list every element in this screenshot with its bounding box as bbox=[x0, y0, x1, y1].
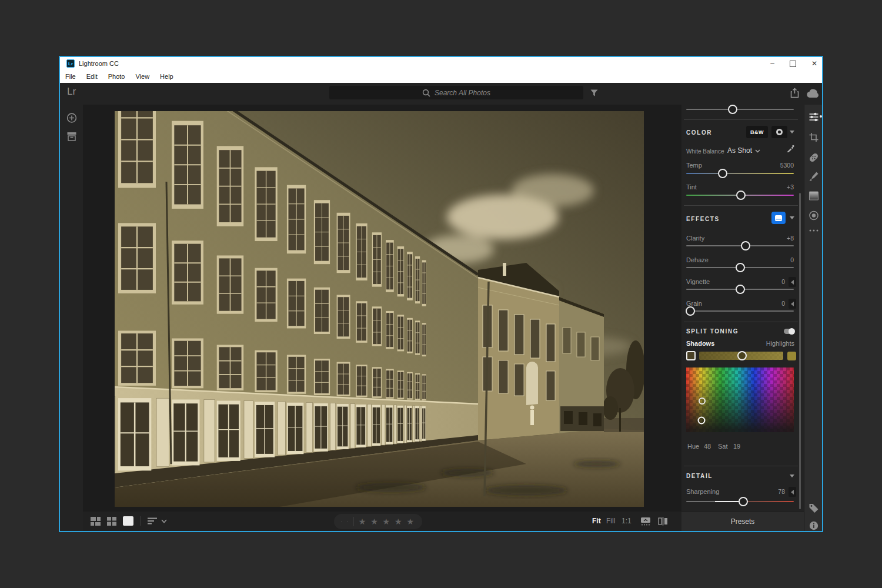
search-icon bbox=[422, 89, 430, 97]
clarity-slider-handle[interactable] bbox=[741, 241, 750, 250]
temp-slider[interactable] bbox=[686, 173, 794, 174]
share-icon[interactable] bbox=[790, 88, 800, 98]
filmstrip-toggle-icon[interactable] bbox=[640, 517, 651, 526]
menu-view[interactable]: View bbox=[130, 73, 155, 80]
crop-tool-icon[interactable] bbox=[808, 132, 818, 142]
info-icon[interactable] bbox=[809, 521, 818, 530]
picker-handle-secondary[interactable] bbox=[699, 397, 706, 405]
grain-slider[interactable] bbox=[686, 310, 794, 312]
sharpening-expander[interactable] bbox=[789, 487, 796, 497]
search-input[interactable]: Search All Photos bbox=[329, 86, 583, 99]
color-collapse-icon[interactable] bbox=[790, 131, 794, 136]
shadows-tab[interactable]: Shadows bbox=[686, 340, 714, 347]
balance-slider[interactable] bbox=[699, 352, 783, 360]
flag-reject-icon[interactable] bbox=[347, 517, 348, 526]
toolbar-divider bbox=[140, 516, 141, 526]
maximize-button[interactable] bbox=[790, 61, 796, 67]
hue-sat-picker[interactable] bbox=[686, 368, 794, 432]
before-after-icon[interactable] bbox=[658, 517, 668, 526]
zoom-fit-button[interactable]: Fit bbox=[592, 517, 601, 525]
app-topbar: Lr Search All Photos bbox=[60, 83, 822, 105]
color-section-header[interactable]: COLOR bbox=[686, 129, 712, 136]
dehaze-slider-handle[interactable] bbox=[736, 263, 745, 272]
lightroom-app-icon: Lr bbox=[66, 59, 75, 68]
tint-slider[interactable] bbox=[686, 195, 794, 196]
add-photos-icon[interactable] bbox=[66, 113, 76, 123]
sharpening-slider[interactable] bbox=[686, 501, 794, 502]
menu-photo[interactable]: Photo bbox=[103, 73, 131, 80]
highlights-swatch[interactable] bbox=[787, 352, 796, 360]
keywords-tag-icon[interactable] bbox=[808, 503, 818, 513]
temp-label: Temp bbox=[686, 162, 702, 169]
effects-presets-button[interactable] bbox=[771, 212, 786, 224]
filter-icon[interactable] bbox=[590, 89, 599, 98]
flag-pick-icon[interactable] bbox=[341, 517, 342, 526]
grain-value: 0 bbox=[781, 300, 785, 307]
balance-slider-handle[interactable] bbox=[737, 351, 747, 360]
detail-section-header[interactable]: DETAIL bbox=[686, 473, 713, 479]
sharpening-slider-handle[interactable] bbox=[739, 497, 748, 506]
more-tools-icon[interactable] bbox=[809, 229, 818, 232]
light-slider[interactable] bbox=[686, 109, 794, 110]
photo-svg bbox=[115, 111, 644, 507]
detail-collapse-icon[interactable] bbox=[790, 475, 794, 480]
sat-label: Sat bbox=[718, 443, 728, 450]
star-rating[interactable]: ★ ★ ★ ★ ★ bbox=[359, 517, 415, 526]
bottom-toolbar: ★ ★ ★ ★ ★ Fit Fill 1:1 bbox=[83, 512, 681, 531]
bw-toggle-button[interactable]: B&W bbox=[746, 126, 768, 138]
section-divider bbox=[684, 205, 798, 206]
vignette-expander[interactable] bbox=[789, 277, 796, 287]
desktop: Lr Lightroom CC – ✕ File Edit Photo View… bbox=[0, 0, 882, 588]
temp-slider-handle[interactable] bbox=[718, 169, 727, 178]
healing-brush-icon[interactable] bbox=[808, 152, 819, 163]
vignette-slider[interactable] bbox=[686, 289, 794, 290]
sharpening-value: 78 bbox=[778, 488, 785, 495]
zoom-1to1-button[interactable]: 1:1 bbox=[622, 517, 632, 525]
dehaze-label: Dehaze bbox=[686, 256, 709, 263]
my-photos-icon[interactable] bbox=[66, 132, 76, 141]
clarity-label: Clarity bbox=[686, 235, 704, 242]
menu-edit[interactable]: Edit bbox=[81, 73, 103, 80]
picker-handle-primary[interactable] bbox=[697, 417, 705, 425]
photo[interactable] bbox=[115, 111, 644, 507]
radial-gradient-tool-icon[interactable] bbox=[808, 211, 818, 220]
shadows-swatch[interactable] bbox=[686, 351, 696, 360]
clarity-slider[interactable] bbox=[686, 245, 794, 246]
effects-collapse-icon[interactable] bbox=[790, 216, 794, 222]
sharpening-label: Sharpening bbox=[686, 488, 719, 495]
effects-section-header[interactable]: EFFECTS bbox=[686, 216, 720, 222]
linear-gradient-tool-icon[interactable] bbox=[808, 191, 818, 201]
menu-file[interactable]: File bbox=[60, 73, 81, 80]
grain-label: Grain bbox=[686, 300, 702, 307]
split-toning-header[interactable]: SPLIT TONING bbox=[686, 328, 739, 335]
presets-button[interactable]: Presets bbox=[731, 517, 755, 526]
split-toning-toggle[interactable] bbox=[784, 329, 794, 334]
sort-icon[interactable] bbox=[148, 517, 158, 524]
color-mixer-button[interactable] bbox=[771, 126, 787, 138]
edit-tool-icon[interactable] bbox=[808, 112, 818, 122]
vignette-slider-handle[interactable] bbox=[736, 285, 745, 294]
close-button[interactable]: ✕ bbox=[811, 59, 817, 68]
highlights-tab[interactable]: Highlights bbox=[766, 340, 794, 347]
sort-chevron-icon[interactable] bbox=[161, 519, 167, 523]
section-divider bbox=[684, 119, 798, 120]
dehaze-slider[interactable] bbox=[686, 267, 794, 268]
mosaic-view-icon[interactable] bbox=[91, 517, 101, 526]
white-balance-select[interactable]: As Shot bbox=[727, 146, 752, 155]
eyedropper-icon[interactable] bbox=[787, 145, 794, 152]
tint-slider-handle[interactable] bbox=[736, 191, 746, 200]
grid-view-icon[interactable] bbox=[107, 517, 116, 526]
light-slider-handle[interactable] bbox=[728, 105, 737, 114]
cloud-sync-icon[interactable] bbox=[806, 89, 820, 98]
zoom-fill-button[interactable]: Fill bbox=[606, 517, 615, 525]
dehaze-value: 0 bbox=[790, 256, 794, 263]
grain-expander[interactable] bbox=[789, 299, 796, 309]
minimize-button[interactable]: – bbox=[770, 59, 774, 68]
presets-bar: Presets bbox=[681, 511, 804, 531]
temp-value: 5300 bbox=[780, 162, 794, 169]
grain-slider-handle[interactable] bbox=[686, 306, 695, 316]
panel-scrollbar[interactable] bbox=[799, 193, 801, 509]
detail-view-icon[interactable] bbox=[123, 516, 133, 526]
menu-help[interactable]: Help bbox=[155, 73, 179, 80]
brush-tool-icon[interactable] bbox=[809, 172, 818, 181]
